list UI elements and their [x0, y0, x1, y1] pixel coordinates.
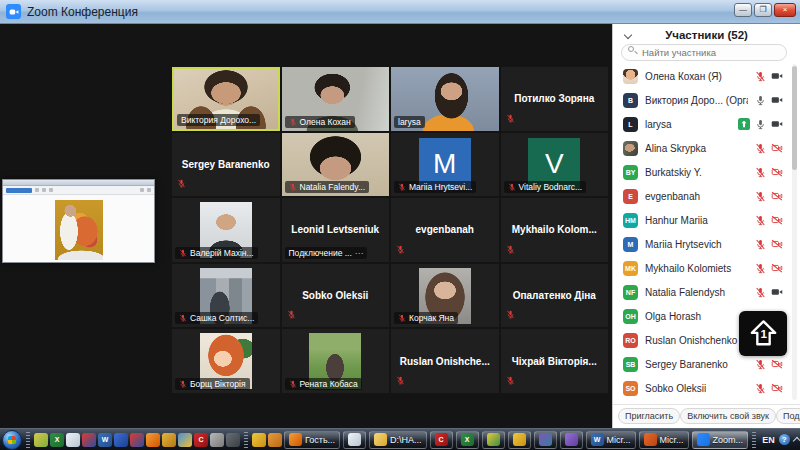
- video-tile[interactable]: Опалатенко Діна: [501, 264, 609, 328]
- video-tile[interactable]: evgenbanah: [391, 198, 499, 262]
- taskbar-button-zoom[interactable]: Zoom...: [692, 431, 749, 449]
- microphone-muted-icon: [289, 118, 297, 126]
- viewer-blue-button[interactable]: [6, 188, 32, 193]
- show-hidden-icons-chevron[interactable]: [792, 436, 800, 444]
- viewer-tool-icon[interactable]: [49, 188, 53, 192]
- participant-row[interactable]: Llarysa: [613, 112, 789, 136]
- app-amber-icon[interactable]: [268, 433, 282, 447]
- microphone-muted-icon: [506, 114, 515, 123]
- comodo-icon[interactable]: C: [435, 433, 448, 446]
- unmute-self-button[interactable]: Включить свой звук: [680, 408, 776, 424]
- participant-row[interactable]: BYBurkatskiy Y.: [613, 160, 789, 184]
- participant-row[interactable]: SOSobko Oleksii: [613, 376, 789, 400]
- excel-icon[interactable]: X: [50, 433, 64, 447]
- app-gray-icon[interactable]: [210, 433, 224, 447]
- viewer-tool-icon[interactable]: [140, 188, 144, 192]
- video-tile[interactable]: Чіхрай Вікторія...: [501, 329, 609, 393]
- search-participant-input[interactable]: [621, 44, 787, 61]
- taskbar-button-word[interactable]: WMicr...: [586, 431, 636, 449]
- viewer-tool-icon[interactable]: [35, 188, 39, 192]
- video-tile[interactable]: Sobko Oleksii: [282, 264, 390, 328]
- video-tile[interactable]: Олена Кохан: [282, 67, 390, 131]
- participant-row[interactable]: HMHanhur Mariia: [613, 208, 789, 232]
- taskbar-button-viber[interactable]: [560, 431, 583, 449]
- language-indicator[interactable]: EN: [762, 435, 775, 445]
- viber-icon[interactable]: [565, 433, 578, 446]
- shield-icon[interactable]: [178, 433, 192, 447]
- apps-color-icon[interactable]: [539, 433, 552, 446]
- video-tile[interactable]: Валерій Махін...: [172, 198, 280, 262]
- video-tile[interactable]: VVitaliy Bodnarc...: [501, 133, 609, 197]
- video-tile[interactable]: Виктория Дорохо...: [172, 67, 280, 131]
- scrollbar-thumb[interactable]: [792, 66, 797, 170]
- participant-tile-name: Sobko Oleksii: [282, 264, 390, 328]
- restore-button[interactable]: ❐: [754, 3, 772, 17]
- taskbar-button-app-yellow[interactable]: [508, 431, 531, 449]
- participant-row[interactable]: NFNatalia Falendysh: [613, 280, 789, 304]
- notepad-icon[interactable]: [66, 433, 80, 447]
- chevron-down-icon[interactable]: [624, 31, 632, 39]
- start-button[interactable]: [2, 430, 22, 450]
- close-button[interactable]: ×: [774, 3, 796, 17]
- app-yellow-icon[interactable]: [252, 433, 266, 447]
- word-icon[interactable]: W: [98, 433, 112, 447]
- taskbar-button-chrome[interactable]: [482, 431, 505, 449]
- firefox-icon[interactable]: [146, 433, 160, 447]
- participant-row[interactable]: Олена Кохан (Я): [613, 64, 789, 88]
- video-tile[interactable]: Корчак Яна: [391, 264, 499, 328]
- taskbar-button-comodo[interactable]: C: [430, 431, 453, 449]
- chrome-icon[interactable]: [487, 433, 500, 446]
- viewer-tool-icon[interactable]: [147, 188, 151, 192]
- video-tile[interactable]: Ruslan Onishche...: [391, 329, 499, 393]
- browser-round-icon[interactable]: [82, 433, 96, 447]
- video-tile[interactable]: Рената Кобаса: [282, 329, 390, 393]
- app-dark-icon[interactable]: [226, 433, 240, 447]
- comodo-icon[interactable]: C: [194, 433, 208, 447]
- taskbar-button-firefox[interactable]: Гость...: [284, 431, 340, 449]
- office-orange-icon[interactable]: [644, 433, 657, 446]
- video-tile[interactable]: Leonid LevtseniukПодключение ... ⋯: [282, 198, 390, 262]
- participant-tile-name: Mykhailo Kolom...: [501, 198, 609, 262]
- taskbar-button-folder[interactable]: D:\НА...: [369, 431, 427, 449]
- document-icon[interactable]: [348, 433, 361, 446]
- raise-hand-button[interactable]: Поднять руку: [776, 408, 800, 424]
- minimize-button[interactable]: —: [734, 3, 752, 17]
- video-tile[interactable]: Mykhailo Kolom...: [501, 198, 609, 262]
- invite-button[interactable]: Пригласить: [618, 408, 680, 424]
- svg-text:1: 1: [760, 327, 767, 340]
- pictures-icon[interactable]: [34, 433, 48, 447]
- avatar: SO: [623, 381, 638, 396]
- word-icon[interactable]: W: [591, 433, 604, 446]
- video-tile[interactable]: Потилко Зоряна: [501, 67, 609, 131]
- video-tile[interactable]: larysa: [391, 67, 499, 131]
- video-tile[interactable]: Natalia Falendy...: [282, 133, 390, 197]
- taskbar-button-office-orange[interactable]: Micr...: [639, 431, 689, 449]
- messenger-icon[interactable]: [114, 433, 128, 447]
- video-tile[interactable]: Сашка Солтис...: [172, 264, 280, 328]
- camera-off-icon: [771, 214, 783, 226]
- photo-viewer-window[interactable]: [2, 179, 155, 263]
- zoom-icon[interactable]: [697, 433, 710, 446]
- participant-row[interactable]: Alina Skrypka: [613, 136, 789, 160]
- video-tile[interactable]: MMariia Hrytsevi...: [391, 133, 499, 197]
- folder-icon[interactable]: [374, 433, 387, 446]
- firefox-icon[interactable]: [289, 433, 302, 446]
- video-tile[interactable]: Sergey Baranenko: [172, 133, 280, 197]
- participant-row[interactable]: MMariia Hrytsevich: [613, 232, 789, 256]
- excel-icon[interactable]: X: [461, 433, 474, 446]
- participant-row[interactable]: Eevgenbanah: [613, 184, 789, 208]
- taskbar-button-document[interactable]: [343, 431, 366, 449]
- taskbar-button-excel[interactable]: X: [456, 431, 479, 449]
- help-icon[interactable]: ?: [779, 434, 790, 445]
- taskbar-button-apps-color[interactable]: [534, 431, 557, 449]
- participant-row[interactable]: MKMykhailo Kolomiets: [613, 256, 789, 280]
- microphone-muted-icon: [755, 143, 766, 154]
- app-yellow-icon[interactable]: [513, 433, 526, 446]
- participant-row[interactable]: BВиктория Доро... (Организатор): [613, 88, 789, 112]
- browser-round-icon[interactable]: [130, 433, 144, 447]
- video-tile[interactable]: Борщ Вікторія: [172, 329, 280, 393]
- camera-on-icon: [771, 118, 783, 130]
- viewer-tool-icon[interactable]: [42, 188, 46, 192]
- participant-name: Burkatskiy Y.: [645, 167, 748, 178]
- app-orange-icon[interactable]: [162, 433, 176, 447]
